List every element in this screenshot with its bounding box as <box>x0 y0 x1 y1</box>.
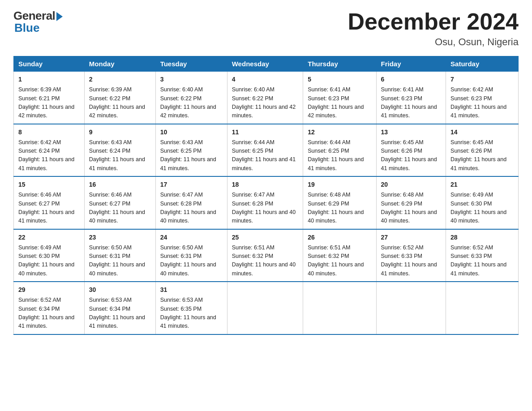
day-number: 26 <box>308 233 371 242</box>
calendar-cell <box>227 282 303 334</box>
day-info: Sunrise: 6:44 AMSunset: 6:25 PMDaylight:… <box>308 138 371 173</box>
day-number: 17 <box>160 180 223 189</box>
calendar-cell: 14Sunrise: 6:45 AMSunset: 6:26 PMDayligh… <box>446 124 519 177</box>
week-row-1: 1Sunrise: 6:39 AMSunset: 6:21 PMDaylight… <box>14 72 519 124</box>
week-row-4: 22Sunrise: 6:49 AMSunset: 6:30 PMDayligh… <box>14 229 519 282</box>
logo-blue-text: Blue <box>14 21 39 35</box>
day-number: 21 <box>450 180 514 189</box>
logo: General Blue <box>13 9 63 35</box>
day-number: 29 <box>18 285 80 295</box>
day-number: 16 <box>89 180 151 189</box>
day-number: 11 <box>232 128 299 137</box>
day-info: Sunrise: 6:46 AMSunset: 6:27 PMDaylight:… <box>89 191 151 226</box>
day-number: 6 <box>381 75 442 84</box>
day-number: 3 <box>160 75 223 84</box>
calendar-cell: 20Sunrise: 6:48 AMSunset: 6:29 PMDayligh… <box>376 176 446 229</box>
logo-arrow-icon <box>56 12 63 21</box>
calendar-cell: 15Sunrise: 6:46 AMSunset: 6:27 PMDayligh… <box>14 176 85 229</box>
day-number: 28 <box>450 233 514 242</box>
calendar-cell: 6Sunrise: 6:41 AMSunset: 6:23 PMDaylight… <box>376 72 446 124</box>
main-title: December 2024 <box>348 9 519 34</box>
calendar-cell: 21Sunrise: 6:49 AMSunset: 6:30 PMDayligh… <box>446 176 519 229</box>
day-info: Sunrise: 6:52 AMSunset: 6:33 PMDaylight:… <box>381 244 442 278</box>
day-number: 2 <box>89 75 151 84</box>
day-info: Sunrise: 6:39 AMSunset: 6:21 PMDaylight:… <box>18 86 80 120</box>
header-sunday: Sunday <box>14 56 85 72</box>
calendar-cell: 30Sunrise: 6:53 AMSunset: 6:34 PMDayligh… <box>84 282 155 334</box>
day-number: 10 <box>160 128 223 137</box>
day-info: Sunrise: 6:40 AMSunset: 6:22 PMDaylight:… <box>232 86 299 120</box>
calendar-cell: 4Sunrise: 6:40 AMSunset: 6:22 PMDaylight… <box>227 72 303 124</box>
calendar-cell: 5Sunrise: 6:41 AMSunset: 6:23 PMDaylight… <box>303 72 376 124</box>
day-info: Sunrise: 6:50 AMSunset: 6:31 PMDaylight:… <box>160 244 223 278</box>
day-info: Sunrise: 6:52 AMSunset: 6:33 PMDaylight:… <box>450 244 514 278</box>
day-number: 31 <box>160 285 223 295</box>
calendar-cell: 29Sunrise: 6:52 AMSunset: 6:34 PMDayligh… <box>14 282 85 334</box>
week-row-2: 8Sunrise: 6:42 AMSunset: 6:24 PMDaylight… <box>14 124 519 177</box>
calendar-cell: 13Sunrise: 6:45 AMSunset: 6:26 PMDayligh… <box>376 124 446 177</box>
day-info: Sunrise: 6:51 AMSunset: 6:32 PMDaylight:… <box>308 244 371 278</box>
calendar-cell: 28Sunrise: 6:52 AMSunset: 6:33 PMDayligh… <box>446 229 519 282</box>
calendar-cell: 24Sunrise: 6:50 AMSunset: 6:31 PMDayligh… <box>155 229 227 282</box>
day-info: Sunrise: 6:41 AMSunset: 6:23 PMDaylight:… <box>308 86 371 120</box>
day-info: Sunrise: 6:50 AMSunset: 6:31 PMDaylight:… <box>89 244 151 278</box>
header-thursday: Thursday <box>303 56 376 72</box>
calendar-table: SundayMondayTuesdayWednesdayThursdayFrid… <box>13 56 519 335</box>
day-number: 8 <box>18 128 80 137</box>
day-info: Sunrise: 6:47 AMSunset: 6:28 PMDaylight:… <box>160 191 223 226</box>
day-info: Sunrise: 6:39 AMSunset: 6:22 PMDaylight:… <box>89 86 151 120</box>
calendar-cell: 23Sunrise: 6:50 AMSunset: 6:31 PMDayligh… <box>84 229 155 282</box>
day-number: 19 <box>308 180 371 189</box>
calendar-cell: 10Sunrise: 6:43 AMSunset: 6:25 PMDayligh… <box>155 124 227 177</box>
day-number: 14 <box>450 128 514 137</box>
day-info: Sunrise: 6:43 AMSunset: 6:24 PMDaylight:… <box>89 138 151 173</box>
day-info: Sunrise: 6:46 AMSunset: 6:27 PMDaylight:… <box>18 191 80 226</box>
calendar-cell <box>376 282 446 334</box>
header-saturday: Saturday <box>446 56 519 72</box>
calendar-cell: 9Sunrise: 6:43 AMSunset: 6:24 PMDaylight… <box>84 124 155 177</box>
calendar-cell: 17Sunrise: 6:47 AMSunset: 6:28 PMDayligh… <box>155 176 227 229</box>
day-number: 5 <box>308 75 371 84</box>
calendar-cell: 27Sunrise: 6:52 AMSunset: 6:33 PMDayligh… <box>376 229 446 282</box>
calendar-cell <box>446 282 519 334</box>
day-number: 12 <box>308 128 371 137</box>
calendar-cell: 2Sunrise: 6:39 AMSunset: 6:22 PMDaylight… <box>84 72 155 124</box>
day-info: Sunrise: 6:49 AMSunset: 6:30 PMDaylight:… <box>18 244 80 278</box>
week-row-5: 29Sunrise: 6:52 AMSunset: 6:34 PMDayligh… <box>14 282 519 334</box>
day-info: Sunrise: 6:52 AMSunset: 6:34 PMDaylight:… <box>18 296 80 331</box>
day-number: 30 <box>89 285 151 295</box>
day-info: Sunrise: 6:43 AMSunset: 6:25 PMDaylight:… <box>160 138 223 173</box>
day-number: 1 <box>18 75 80 84</box>
header-wednesday: Wednesday <box>227 56 303 72</box>
header-tuesday: Tuesday <box>155 56 227 72</box>
calendar-cell: 31Sunrise: 6:53 AMSunset: 6:35 PMDayligh… <box>155 282 227 334</box>
day-number: 25 <box>232 233 299 242</box>
day-info: Sunrise: 6:51 AMSunset: 6:32 PMDaylight:… <box>232 244 299 278</box>
calendar-cell: 18Sunrise: 6:47 AMSunset: 6:28 PMDayligh… <box>227 176 303 229</box>
day-info: Sunrise: 6:45 AMSunset: 6:26 PMDaylight:… <box>381 138 442 173</box>
calendar-cell: 16Sunrise: 6:46 AMSunset: 6:27 PMDayligh… <box>84 176 155 229</box>
title-block: December 2024 Osu, Osun, Nigeria <box>348 9 519 48</box>
day-info: Sunrise: 6:49 AMSunset: 6:30 PMDaylight:… <box>450 191 514 226</box>
day-info: Sunrise: 6:40 AMSunset: 6:22 PMDaylight:… <box>160 86 223 120</box>
day-number: 18 <box>232 180 299 189</box>
calendar-cell: 22Sunrise: 6:49 AMSunset: 6:30 PMDayligh… <box>14 229 85 282</box>
day-info: Sunrise: 6:48 AMSunset: 6:29 PMDaylight:… <box>308 191 371 226</box>
calendar-cell: 11Sunrise: 6:44 AMSunset: 6:25 PMDayligh… <box>227 124 303 177</box>
day-info: Sunrise: 6:44 AMSunset: 6:25 PMDaylight:… <box>232 138 299 173</box>
day-info: Sunrise: 6:53 AMSunset: 6:34 PMDaylight:… <box>89 296 151 331</box>
subtitle: Osu, Osun, Nigeria <box>348 36 519 48</box>
day-info: Sunrise: 6:47 AMSunset: 6:28 PMDaylight:… <box>232 191 299 226</box>
header-monday: Monday <box>84 56 155 72</box>
header-friday: Friday <box>376 56 446 72</box>
day-number: 27 <box>381 233 442 242</box>
calendar-header-row: SundayMondayTuesdayWednesdayThursdayFrid… <box>14 56 519 72</box>
day-number: 23 <box>89 233 151 242</box>
day-number: 7 <box>450 75 514 84</box>
day-info: Sunrise: 6:41 AMSunset: 6:23 PMDaylight:… <box>381 86 442 120</box>
day-number: 24 <box>160 233 223 242</box>
day-info: Sunrise: 6:45 AMSunset: 6:26 PMDaylight:… <box>450 138 514 173</box>
calendar-cell: 12Sunrise: 6:44 AMSunset: 6:25 PMDayligh… <box>303 124 376 177</box>
calendar-cell: 25Sunrise: 6:51 AMSunset: 6:32 PMDayligh… <box>227 229 303 282</box>
calendar-cell: 1Sunrise: 6:39 AMSunset: 6:21 PMDaylight… <box>14 72 85 124</box>
